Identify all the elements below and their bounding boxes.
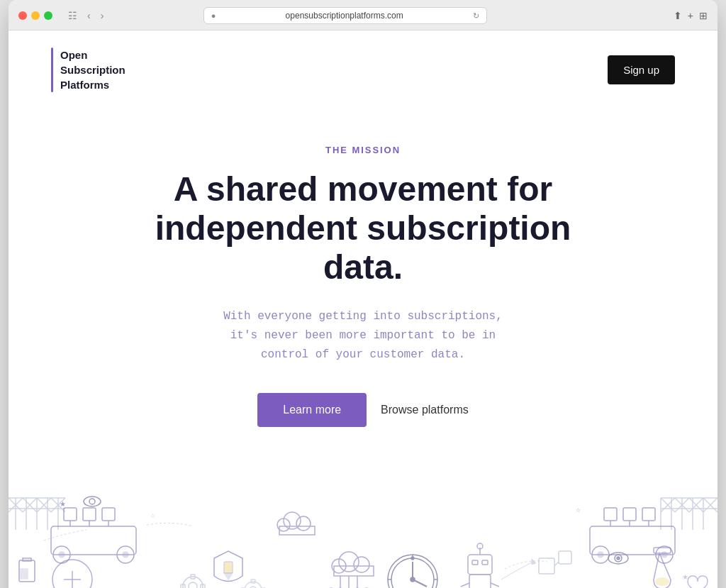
svg-point-120 [661,552,667,558]
svg-point-28 [84,497,101,506]
svg-rect-116 [590,526,675,555]
svg-point-97 [655,577,669,586]
browser-actions: ⬆ + ⊞ [674,10,708,21]
svg-point-45 [189,582,197,588]
refresh-icon: ↻ [473,11,479,21]
browser-titlebar: ☷ ‹ › ● opensubscriptionplatforms.com ↻ … [9,0,717,30]
maximize-button[interactable] [44,11,52,20]
svg-rect-35 [21,569,28,579]
svg-rect-34 [23,558,31,561]
browser-controls: ☷ ‹ › [65,9,106,22]
svg-point-61 [354,557,369,572]
extensions-button[interactable]: ⊞ [699,10,708,21]
hero-title: A shared movement for independent subscr… [122,170,604,287]
browser-content: OpenSubscriptionPlatforms Sign up THE MI… [9,30,717,588]
svg-point-118 [598,552,603,558]
address-bar[interactable]: ● opensubscriptionplatforms.com ↻ [203,7,487,24]
svg-point-81 [411,557,414,560]
svg-text:★: ★ [60,500,66,508]
svg-point-29 [89,499,95,504]
svg-rect-82 [468,555,492,575]
back-button[interactable]: ‹ [84,9,94,22]
illustration-area: ★ ☆ [9,477,717,588]
svg-rect-84 [482,560,488,565]
cta-buttons: Learn more Browse platforms [257,393,468,427]
close-button[interactable] [18,11,27,20]
svg-point-17 [59,552,65,558]
browse-platforms-button[interactable]: Browse platforms [381,404,469,416]
svg-rect-42 [224,562,233,573]
hero-illustration: ★ ☆ [9,477,717,588]
svg-point-57 [296,516,311,531]
svg-line-90 [461,583,469,587]
svg-rect-121 [604,508,617,521]
svg-marker-92 [532,559,536,565]
svg-line-91 [491,583,499,587]
new-tab-button[interactable]: + [688,10,693,21]
svg-rect-94 [559,551,571,564]
svg-rect-123 [642,508,655,521]
svg-point-19 [123,552,128,558]
traffic-lights [18,11,52,20]
svg-point-76 [411,577,415,582]
svg-point-100 [617,557,620,560]
svg-rect-122 [623,508,636,521]
forward-button[interactable]: › [98,9,107,22]
security-icon: ● [211,11,216,20]
learn-more-button[interactable]: Learn more [257,393,367,427]
hero-subtitle: With everyone getting into subscriptions… [223,307,503,365]
svg-marker-43 [224,573,233,579]
svg-text:☆: ☆ [576,507,581,514]
share-button[interactable]: ⬆ [674,10,682,21]
browser-window: ☷ ‹ › ● opensubscriptionplatforms.com ↻ … [9,0,717,588]
svg-text:☆: ☆ [150,513,155,519]
logo-text: OpenSubscriptionPlatforms [60,48,125,92]
svg-line-95 [554,562,559,566]
sidebar-toggle-button[interactable]: ☷ [65,9,80,22]
hero-section: THE MISSION A shared movement for indepe… [9,109,717,477]
svg-rect-87 [469,575,491,588]
logo: OpenSubscriptionPlatforms [51,48,125,92]
site-header: OpenSubscriptionPlatforms Sign up [9,30,717,109]
svg-rect-20 [64,508,77,521]
svg-rect-22 [102,508,115,521]
svg-rect-93 [539,558,554,574]
logo-accent-bar [51,48,53,92]
svg-rect-21 [83,508,96,521]
svg-rect-15 [51,526,136,555]
svg-rect-83 [472,560,478,565]
minimize-button[interactable] [31,11,40,20]
url-text: opensubscriptionplatforms.com [220,11,468,21]
svg-point-60 [339,552,359,572]
signup-button[interactable]: Sign up [608,55,675,84]
mission-label: THE MISSION [325,145,401,155]
